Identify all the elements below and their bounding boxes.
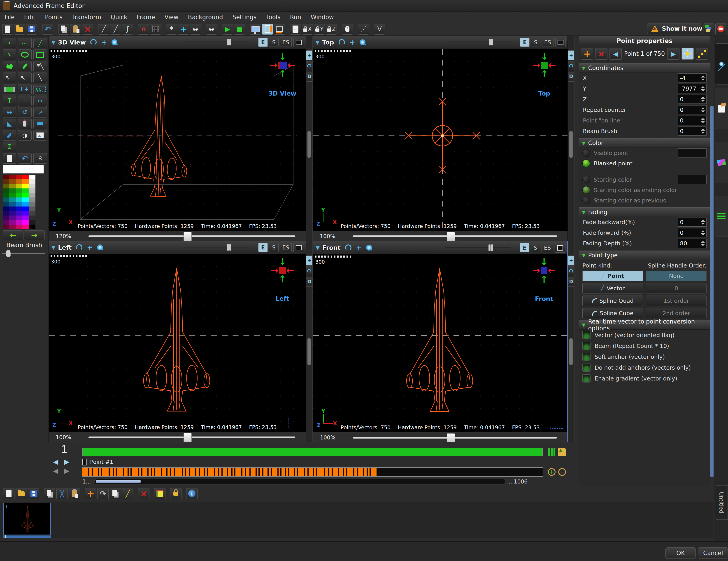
palette-color[interactable] xyxy=(29,224,35,229)
toolbar-grid-snap-button[interactable] xyxy=(150,24,161,35)
toolbar-add-point-button[interactable]: + xyxy=(178,24,189,35)
toolbar-lock-y-button[interactable]: Y xyxy=(314,24,325,35)
tool-freehand-button[interactable]: *╲ xyxy=(33,61,47,71)
palette-color[interactable] xyxy=(22,202,29,206)
timeline-segment[interactable] xyxy=(171,468,174,476)
palette-color[interactable] xyxy=(3,215,9,220)
pan-view-icon[interactable]: + xyxy=(349,38,355,46)
timeline-segment[interactable] xyxy=(82,468,88,476)
timeline-segment[interactable] xyxy=(314,468,316,476)
timeline-segment[interactable] xyxy=(219,468,221,476)
timeline-segment[interactable] xyxy=(102,468,109,476)
tool-select-remove-button[interactable]: ↖− xyxy=(18,72,32,83)
viewport-splitter-right[interactable]: + D xyxy=(568,36,574,241)
pan-tool-button[interactable]: + xyxy=(306,255,312,265)
ok-button[interactable]: OK xyxy=(665,547,696,559)
tool-sum-button[interactable]: Σ xyxy=(3,142,16,152)
menu-settings[interactable]: Settings xyxy=(228,12,261,23)
timeline-segment[interactable] xyxy=(205,468,207,476)
toolbar-undo-button[interactable]: ↶ xyxy=(42,24,53,35)
zoom-slider-thumb[interactable] xyxy=(184,433,192,442)
point-kind-vector-button[interactable]: ╱Vector xyxy=(582,283,643,294)
frame-toolbar-copy-frame-button[interactable] xyxy=(110,488,121,499)
toolbar-v-mode-button[interactable]: V xyxy=(374,24,385,35)
rotate-tool-button[interactable] xyxy=(306,61,312,71)
timeline-segment[interactable] xyxy=(358,468,363,476)
blanked-point-option[interactable]: Blanked point xyxy=(579,158,710,168)
rotate-tool-button[interactable] xyxy=(306,266,312,276)
menu-file[interactable]: File xyxy=(0,12,19,23)
delete-point-button[interactable]: × xyxy=(595,48,607,60)
menu-background[interactable]: Background xyxy=(183,12,228,23)
edit-select-mode-button[interactable]: ES xyxy=(542,243,553,252)
palette-color[interactable] xyxy=(3,211,9,215)
palette-color[interactable] xyxy=(9,215,16,220)
point-type-section-header[interactable]: ▼Point type xyxy=(579,250,710,260)
toolbar-line-button[interactable]: ╱ xyxy=(110,24,121,35)
orientation-gizmo[interactable]: ↓ →← ↑ Top xyxy=(527,52,561,97)
timeline-segment[interactable] xyxy=(183,468,185,476)
select-mode-button[interactable]: S xyxy=(269,38,279,47)
toolbar-edit-point-button[interactable]: ╱ xyxy=(98,24,109,35)
palette-color[interactable] xyxy=(22,175,29,179)
view-menu-icon[interactable]: ▼ xyxy=(316,40,319,45)
tool-knife-button[interactable]: ╲ xyxy=(33,72,47,83)
starting-color-option[interactable]: Starting color xyxy=(579,174,710,185)
palette-color[interactable] xyxy=(16,220,22,224)
enable-gradient-option[interactable]: Enable gradient (vector only) xyxy=(579,373,710,384)
toolbar-copy-button[interactable] xyxy=(58,24,69,35)
orientation-gizmo[interactable]: ↓ →← ↑ 3D View xyxy=(265,52,299,97)
z-input[interactable]: 0 xyxy=(678,95,707,104)
timeline-segment[interactable] xyxy=(354,468,357,476)
palette-color[interactable] xyxy=(22,184,29,188)
frames-bar[interactable] xyxy=(82,448,543,456)
palette-color[interactable] xyxy=(29,197,35,202)
timeline-segment[interactable] xyxy=(142,468,147,476)
edit-mode-button[interactable]: E xyxy=(520,38,530,47)
beam-repeat-count-option[interactable]: Beam (Repeat Count * 10) xyxy=(579,341,710,351)
beam-brush-slider[interactable] xyxy=(2,253,45,254)
palette-color[interactable] xyxy=(29,193,35,197)
depth-button[interactable]: D xyxy=(568,277,574,287)
rotate-view-icon[interactable] xyxy=(90,39,97,45)
toolbar-lock-x-button[interactable]: X xyxy=(302,24,313,35)
timeline-segment[interactable] xyxy=(208,468,214,476)
y-input[interactable]: -7977 xyxy=(678,84,707,93)
timeline-segment[interactable] xyxy=(242,468,245,476)
palette-color[interactable] xyxy=(29,206,35,211)
timeline-segment[interactable] xyxy=(329,468,332,476)
zoom-view-icon[interactable] xyxy=(97,244,103,250)
toolbar-lock-z-button[interactable]: Z xyxy=(326,24,337,35)
menu-run[interactable]: Run xyxy=(285,12,306,23)
frame-columns-icon[interactable] xyxy=(548,448,556,456)
zoom-slider-thumb[interactable] xyxy=(184,232,192,241)
starting-color-as-ending-option[interactable]: Starting color as ending color xyxy=(579,185,710,195)
toolbar-mouse-button[interactable] xyxy=(342,24,353,35)
palette-next-button[interactable]: → xyxy=(24,230,45,240)
menu-window[interactable]: Window xyxy=(306,12,339,23)
zoom-slider-thumb[interactable] xyxy=(447,232,455,241)
previous-point-button[interactable]: ◀ xyxy=(609,48,622,60)
frame-toolbar-paste-button[interactable] xyxy=(69,488,80,499)
palette-color[interactable] xyxy=(9,188,16,193)
menu-tools[interactable]: Tools xyxy=(261,12,285,23)
starting-color-swatch[interactable] xyxy=(678,175,707,184)
zoom-slider[interactable] xyxy=(88,437,295,438)
toolbar-pan-button[interactable]: ↔ xyxy=(190,24,201,35)
frame-folder-icon[interactable] xyxy=(558,448,566,456)
viewport-left-canvas[interactable]: 300 ↓ →← ↑ Left YXZ Points/Vectors: 750H… xyxy=(49,254,306,432)
pan-view-icon[interactable]: + xyxy=(87,243,93,251)
select-mode-button[interactable]: S xyxy=(269,243,279,252)
timeline-segment[interactable] xyxy=(132,468,138,476)
toolbar-bezier-button[interactable]: ʃ xyxy=(122,24,133,35)
window-layout-button[interactable] xyxy=(703,23,714,34)
fading-section-header[interactable]: ▼Fading xyxy=(579,207,710,217)
viewport-3d-canvas[interactable]: 300 ↓ →← ↑ 3D View YXZ Points/Vectors: 7… xyxy=(49,49,306,231)
beam-brush-input[interactable]: 0 xyxy=(678,126,707,135)
timeline-segment[interactable] xyxy=(129,468,130,476)
timeline-segment[interactable] xyxy=(223,468,227,476)
viewport-splitter-right-bottom[interactable]: + D xyxy=(568,241,574,442)
spline-select-mode-button[interactable] xyxy=(696,48,708,60)
palette-color[interactable] xyxy=(22,206,29,211)
zoom-slider[interactable] xyxy=(88,235,295,237)
